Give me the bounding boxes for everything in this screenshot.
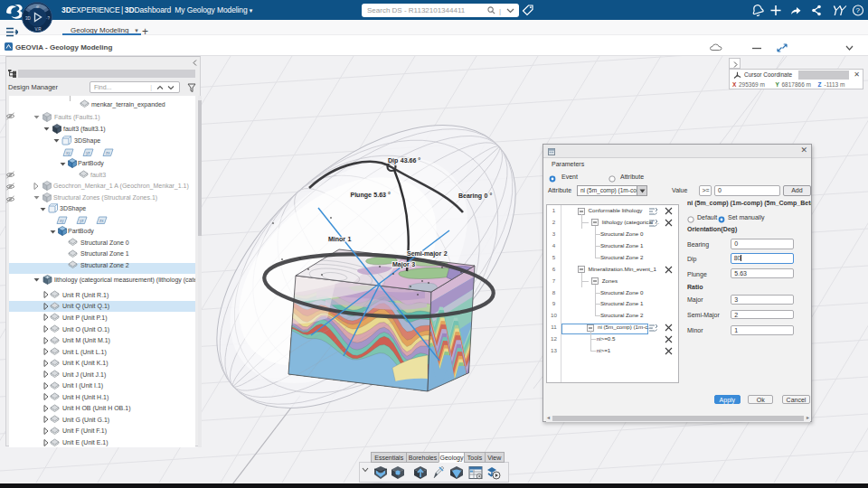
svg-text:Bearing 0 °: Bearing 0 ° (458, 192, 492, 200)
svg-text:?: ? (856, 6, 861, 14)
svg-text:xy: xy (60, 218, 64, 222)
svg-text:Plunge 5.63 °: Plunge 5.63 ° (351, 192, 391, 199)
svg-text:Semi-major 2: Semi-major 2 (407, 250, 448, 258)
svg-text:zx: zx (99, 218, 104, 222)
svg-text:zx: zx (106, 150, 110, 155)
svg-text:yz: yz (80, 218, 84, 222)
svg-text:V.R: V.R (34, 27, 42, 32)
svg-text:3D: 3D (25, 15, 32, 20)
svg-text:Minor 1: Minor 1 (328, 236, 352, 242)
svg-text:Major 3: Major 3 (392, 261, 415, 268)
svg-text:yz: yz (86, 150, 90, 155)
svg-text:·?: ·? (46, 15, 50, 20)
svg-text:Dip 43.66 °: Dip 43.66 ° (388, 157, 420, 164)
svg-text:xy: xy (66, 150, 71, 155)
